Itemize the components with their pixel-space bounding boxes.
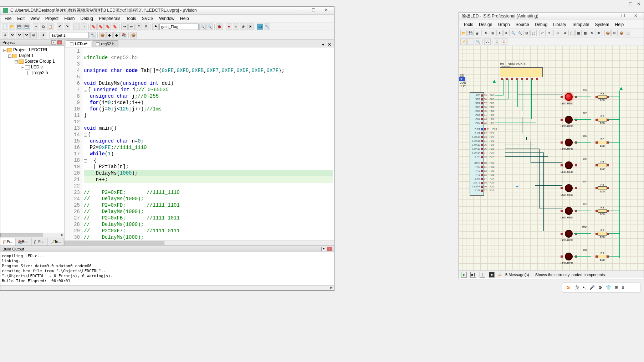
breakpoint-kill-icon[interactable]: ⊘ bbox=[240, 24, 246, 30]
schematic-canvas[interactable]: ES D LUE LUE R9 RESPACK-8 <TEXT> ▲ ▲ bbox=[459, 46, 644, 270]
mcu-pin[interactable]: /TXD11P31 bbox=[470, 166, 494, 168]
mcu-pin[interactable]: INT113P33 bbox=[470, 174, 494, 176]
make-icon[interactable]: ⚙ bbox=[611, 30, 618, 36]
ime-logo-icon[interactable]: S bbox=[565, 284, 572, 291]
zoom-area-icon[interactable]: ⬚ bbox=[530, 30, 537, 36]
menu-library[interactable]: Library bbox=[550, 21, 569, 28]
breakpoint-clear-icon[interactable]: ✖ bbox=[247, 24, 254, 30]
tree-file-reg52[interactable]: reg52.h bbox=[2, 70, 63, 76]
led-row[interactable]: D9R8100LED-RED bbox=[561, 89, 609, 105]
pack-installer-icon[interactable]: 📦 bbox=[130, 32, 137, 38]
mcu-pin[interactable]: /RXD10P30 bbox=[470, 162, 494, 164]
led-row[interactable]: D5R5100LED-RED bbox=[561, 157, 609, 174]
find-combo[interactable] bbox=[159, 24, 199, 30]
mcu-pin[interactable]: 3.6/WR16P36 bbox=[470, 185, 494, 188]
books-icon[interactable]: 📚 bbox=[121, 32, 127, 38]
tab-close-icon[interactable]: ✕ bbox=[326, 42, 333, 47]
manage-icon[interactable]: 📦 bbox=[99, 32, 106, 38]
tree-project-root[interactable]: −Project: LEDCTRL bbox=[2, 47, 63, 53]
led-row[interactable]: D4R4100LED-RED bbox=[561, 180, 609, 196]
code-body[interactable]: #include <reg52.h>unsigned char code Tab… bbox=[82, 47, 334, 241]
menu-edit[interactable]: Edit bbox=[14, 15, 27, 22]
editor-tab[interactable]: reg52.h bbox=[92, 40, 118, 47]
manage-rtx-icon[interactable]: ◆ bbox=[106, 32, 113, 38]
block-delete-icon[interactable]: ✖ bbox=[596, 30, 602, 36]
mcu-pin[interactable]: /AD633P06 bbox=[470, 118, 494, 120]
sim-pause-button[interactable]: || bbox=[480, 272, 485, 278]
project-tab[interactable]: 📋Pr... bbox=[0, 238, 16, 245]
mcu-pin[interactable]: /AD336P03 bbox=[470, 106, 494, 108]
output-pin-icon[interactable]: ▾ bbox=[321, 247, 326, 251]
search-icon[interactable]: 🔍 bbox=[475, 38, 481, 45]
menu-source[interactable]: Source bbox=[513, 21, 532, 28]
redo-icon[interactable]: ↷ bbox=[64, 24, 70, 30]
open-icon[interactable]: 📂 bbox=[460, 30, 467, 36]
paste-icon[interactable]: 📋 bbox=[47, 24, 53, 30]
ime-mic-icon[interactable]: 🎤 bbox=[589, 285, 595, 290]
bookmark-icon[interactable]: 🔖 bbox=[90, 24, 97, 30]
ime-settings-icon[interactable]: ⚙ bbox=[598, 285, 602, 290]
mcu-pin[interactable]: 2.6/A1427P26 bbox=[470, 151, 494, 154]
maximize-button[interactable]: ☐ bbox=[629, 1, 633, 7]
component-list[interactable]: ES D LUE LUE bbox=[459, 74, 465, 88]
block-move-icon[interactable]: ▦ bbox=[582, 30, 588, 36]
led-row[interactable]: RN1R2100LED-RED bbox=[561, 226, 609, 242]
new-file-icon[interactable]: 📄 bbox=[2, 24, 8, 30]
sim-step-button[interactable]: ▶| bbox=[470, 272, 476, 278]
close-button[interactable]: ✕ bbox=[631, 13, 641, 20]
led-row[interactable]: D8R1100LED-RED bbox=[561, 248, 609, 265]
pane-pin-icon[interactable]: ▾ bbox=[51, 40, 56, 45]
breakpoint-disable-icon[interactable]: ○ bbox=[233, 24, 239, 30]
menu-help[interactable]: Help bbox=[177, 15, 192, 22]
menu-tools[interactable]: Tools bbox=[123, 15, 139, 22]
target-select[interactable] bbox=[50, 32, 89, 38]
output-text[interactable]: compiling LED.c... linking... Program Si… bbox=[0, 252, 334, 285]
package-icon[interactable]: 📦 bbox=[618, 30, 624, 36]
mcu-pin[interactable]: 2.7/A28P27 bbox=[470, 155, 494, 158]
tree-target[interactable]: −Target 1 bbox=[2, 53, 63, 58]
decompose-icon[interactable]: ⬚ bbox=[625, 30, 631, 36]
output-close-icon[interactable]: × bbox=[327, 247, 332, 251]
mcu-pin[interactable]: /AD534P05 bbox=[470, 114, 494, 116]
erc-icon[interactable]: ⊡ bbox=[501, 38, 507, 45]
menu-tools[interactable]: Tools bbox=[460, 21, 476, 28]
menu-file[interactable]: File bbox=[2, 15, 14, 22]
project-tab[interactable]: {}Fu... bbox=[32, 238, 48, 245]
file-ext-icon[interactable]: ◆ bbox=[113, 32, 120, 38]
maximize-button[interactable]: ☐ bbox=[618, 13, 628, 20]
isis-titlebar[interactable]: 验板LED - ISIS Professional (Animating) — … bbox=[459, 12, 644, 20]
mcu-pin[interactable]: 2.1/A22P21 bbox=[470, 132, 494, 134]
nav-fwd-icon[interactable]: → bbox=[81, 24, 87, 30]
tab-dropdown-icon[interactable]: ▾ bbox=[321, 42, 326, 47]
minimize-button[interactable]: — bbox=[605, 13, 615, 20]
project-tab[interactable]: 📚Bo... bbox=[16, 238, 32, 245]
pick-icon[interactable]: 📦 bbox=[604, 30, 611, 36]
tree-group[interactable]: −Source Group 1 bbox=[2, 58, 63, 64]
netlist-icon[interactable]: ⊡ bbox=[494, 38, 500, 45]
rebuild-icon[interactable]: ⚒ bbox=[16, 32, 22, 38]
sim-play-button[interactable]: ▶ bbox=[461, 272, 467, 278]
find-in-files-icon[interactable]: 🔍 bbox=[206, 24, 213, 30]
uncomment-icon[interactable]: // bbox=[143, 24, 149, 30]
copy-icon[interactable]: ⧉ bbox=[562, 30, 568, 36]
bookmark-next-icon[interactable]: 🔖 bbox=[97, 24, 104, 30]
tree-file-led[interactable]: −LED.c bbox=[2, 64, 63, 70]
undo-icon[interactable]: ↶ bbox=[57, 24, 63, 30]
uvision-titlebar[interactable]: C:\Users\LDM\Desktop\单片机教程视频录制资料\3 LED流水… bbox=[0, 7, 334, 15]
mcu-pin[interactable]: INT012P32 bbox=[470, 170, 494, 172]
project-tree[interactable]: −Project: LEDCTRL −Target 1 −Source Grou… bbox=[0, 46, 64, 233]
tree-hscroll[interactable]: ▶ bbox=[0, 233, 64, 238]
ime-lang[interactable]: 英 bbox=[575, 285, 579, 291]
pane-close-icon[interactable]: × bbox=[57, 40, 62, 45]
mcu-pin[interactable]: 3.5/T115P35 bbox=[470, 181, 494, 184]
debug-icon[interactable]: 🐞 bbox=[216, 24, 223, 30]
mcu-pin[interactable]: /AD138P01 bbox=[470, 98, 494, 100]
output-hscroll[interactable]: ▶ bbox=[0, 285, 334, 290]
window-icon[interactable]: ▭ bbox=[257, 24, 263, 30]
sim-stop-button[interactable]: ■ bbox=[489, 272, 495, 278]
batch-build-icon[interactable]: ⚒ bbox=[23, 32, 30, 38]
open-file-icon[interactable]: 📂 bbox=[9, 24, 15, 30]
bookmark-clear-icon[interactable]: 🔖 bbox=[112, 24, 118, 30]
breakpoint-icon[interactable]: ● bbox=[226, 24, 232, 30]
menu-window[interactable]: Window bbox=[156, 15, 177, 22]
